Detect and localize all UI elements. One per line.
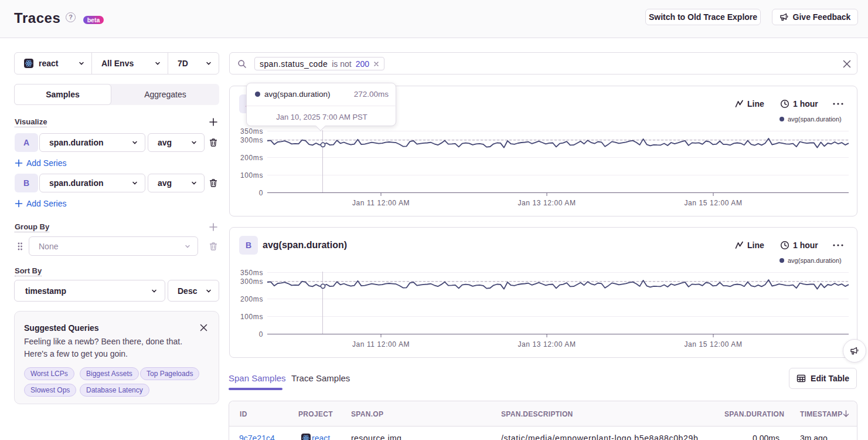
svg-text:0: 0: [259, 330, 263, 339]
svg-text:Jan 13 12:00 AM: Jan 13 12:00 AM: [518, 340, 576, 348]
svg-text:300ms: 300ms: [240, 277, 263, 286]
svg-text:300ms: 300ms: [240, 136, 263, 144]
svg-text:Jan 15 12:00 AM: Jan 15 12:00 AM: [684, 340, 742, 348]
svg-text:Jan 11 12:00 AM: Jan 11 12:00 AM: [352, 199, 410, 207]
svg-text:200ms: 200ms: [240, 154, 263, 162]
svg-text:100ms: 100ms: [240, 171, 263, 180]
svg-text:350ms: 350ms: [240, 127, 263, 136]
svg-text:Jan 13 12:00 AM: Jan 13 12:00 AM: [518, 199, 576, 207]
svg-text:0: 0: [259, 189, 263, 197]
svg-text:Jan 15 12:00 AM: Jan 15 12:00 AM: [684, 199, 742, 207]
svg-text:200ms: 200ms: [240, 295, 263, 303]
svg-text:Jan 11 12:00 AM: Jan 11 12:00 AM: [352, 340, 410, 348]
svg-text:350ms: 350ms: [240, 269, 263, 277]
svg-text:100ms: 100ms: [240, 313, 263, 321]
